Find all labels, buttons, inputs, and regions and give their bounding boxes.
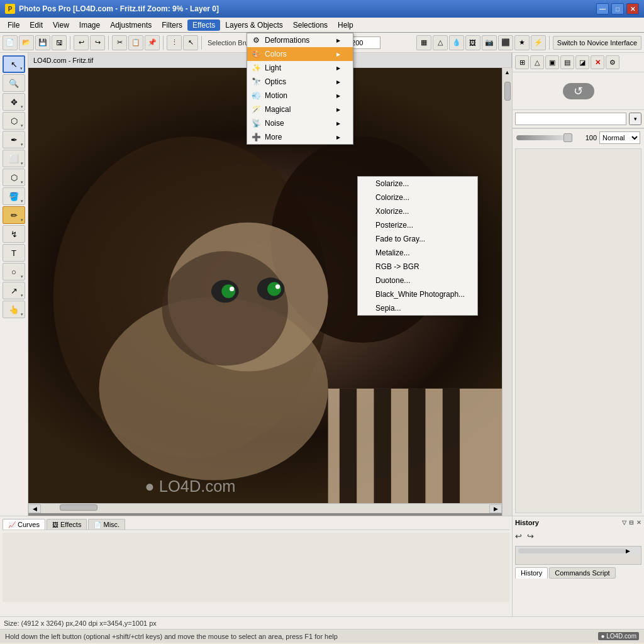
history-collapse1[interactable]: ▽ bbox=[622, 519, 626, 526]
opacity-thumb[interactable] bbox=[564, 133, 572, 142]
tab-commands-script[interactable]: Commands Script bbox=[549, 567, 615, 579]
cut-btn[interactable]: ✂ bbox=[112, 35, 127, 50]
menu-edit[interactable]: Edit bbox=[25, 19, 48, 31]
tab-misc[interactable]: 📄 Misc. bbox=[88, 519, 125, 530]
history-scroll-right[interactable]: ▶ bbox=[626, 548, 638, 554]
layers-icon-btn[interactable]: ▦ bbox=[416, 35, 431, 50]
rp-btn6[interactable]: ⚙ bbox=[606, 55, 619, 69]
scroll-track-h[interactable] bbox=[41, 504, 489, 513]
menu-view[interactable]: View bbox=[48, 19, 74, 31]
maximize-button[interactable]: □ bbox=[611, 3, 624, 14]
colors-solarize[interactable]: Solarize... bbox=[358, 177, 477, 191]
effects-magical-item[interactable]: 🪄 Magical bbox=[247, 103, 353, 116]
new-btn[interactable]: 📄 bbox=[3, 35, 18, 50]
shape-tool-btn[interactable]: ⬜▾ bbox=[3, 150, 25, 167]
save-as-btn[interactable]: 🖫 bbox=[52, 35, 67, 50]
history-collapse2[interactable]: ⊟ bbox=[629, 519, 634, 526]
heal-tool-btn[interactable]: ↯ bbox=[3, 225, 25, 243]
triangle-btn[interactable]: △ bbox=[433, 35, 448, 50]
undo-btn[interactable]: ↩ bbox=[74, 35, 89, 50]
effects-deformations-item[interactable]: ⚙ Deformations bbox=[247, 33, 353, 47]
blend-mode-select[interactable]: Normal Multiply Screen bbox=[599, 131, 640, 144]
colors-sepia[interactable]: Sepia... bbox=[358, 301, 477, 315]
flash-btn[interactable]: ⚡ bbox=[531, 35, 546, 50]
history-scroll-area[interactable]: ▶ bbox=[515, 546, 641, 565]
move-tool-btn[interactable]: ✥▾ bbox=[3, 93, 25, 111]
stamp-tool-btn[interactable]: ✏▾ bbox=[3, 206, 25, 224]
save-btn[interactable]: 💾 bbox=[35, 35, 50, 50]
scroll-up-btn[interactable]: ▲ bbox=[504, 69, 510, 75]
paste-btn[interactable]: 📌 bbox=[145, 35, 160, 50]
scroll-right-btn[interactable]: ▶ bbox=[489, 504, 502, 513]
colors-metalize[interactable]: Metalize... bbox=[358, 246, 477, 260]
colors-rgb-bgr[interactable]: RGB -> BGR bbox=[358, 260, 477, 274]
effects-light-item[interactable]: ✨ Light bbox=[247, 61, 353, 75]
pointer-tool-btn[interactable]: 👆▾ bbox=[3, 301, 25, 318]
scroll-thumb-h[interactable] bbox=[60, 504, 97, 511]
open-btn[interactable]: 📂 bbox=[19, 35, 34, 50]
history-undo-btn[interactable]: ↩ bbox=[515, 531, 522, 541]
redo-btn[interactable]: ↪ bbox=[90, 35, 105, 50]
rp-delete-btn[interactable]: ✕ bbox=[591, 55, 604, 69]
layer-spinner[interactable]: ↺ bbox=[563, 83, 594, 99]
effects-colors-item[interactable]: 🎨 Colors bbox=[247, 47, 353, 61]
effects-noise-item[interactable]: 📡 Noise bbox=[247, 116, 353, 130]
menu-layers-objects[interactable]: Layers & Objects bbox=[220, 19, 287, 31]
rp-btn3[interactable]: ▣ bbox=[545, 55, 559, 69]
effects-optics-item[interactable]: 🔭 Optics bbox=[247, 75, 353, 89]
gradient-tool-btn[interactable]: ↗▾ bbox=[3, 282, 25, 299]
tab-history[interactable]: History bbox=[515, 567, 548, 579]
layer-search-input[interactable] bbox=[515, 113, 626, 125]
ellipse-tool-btn[interactable]: ○▾ bbox=[3, 263, 25, 280]
draw-tool-btn[interactable]: ✒▾ bbox=[3, 131, 25, 148]
opacity-slider[interactable] bbox=[516, 135, 575, 140]
menu-file[interactable]: File bbox=[3, 19, 25, 31]
star-btn[interactable]: ★ bbox=[514, 35, 530, 50]
fill-tool-btn[interactable]: 🪣▾ bbox=[3, 187, 25, 205]
copy-btn[interactable]: 📋 bbox=[128, 35, 143, 50]
menu-effects[interactable]: Effects bbox=[187, 19, 220, 31]
layers-content[interactable] bbox=[515, 148, 641, 513]
menu-image[interactable]: Image bbox=[74, 19, 105, 31]
menu-help[interactable]: Help bbox=[333, 19, 358, 31]
effects-motion-item[interactable]: 💨 Motion bbox=[247, 89, 353, 103]
curves-content[interactable] bbox=[3, 533, 509, 602]
rp-btn5[interactable]: ◪ bbox=[575, 55, 589, 69]
colors-duotone[interactable]: Duotone... bbox=[358, 274, 477, 287]
dark-rect-btn[interactable]: ⬛ bbox=[498, 35, 513, 50]
colors-posterize[interactable]: Posterize... bbox=[358, 218, 477, 232]
extra-btn[interactable]: ⋮ bbox=[167, 35, 182, 50]
colors-fade-gray[interactable]: Fade to Gray... bbox=[358, 232, 477, 246]
history-scrollbar[interactable]: ▶ bbox=[516, 547, 641, 555]
novice-interface-btn[interactable]: Switch to Novice Interface bbox=[553, 36, 641, 50]
colors-colorize[interactable]: Colorize... bbox=[358, 191, 477, 204]
history-close[interactable]: ✕ bbox=[636, 519, 641, 526]
lasso-tool-btn[interactable]: ⬡▾ bbox=[3, 169, 25, 186]
history-scrollbar-track[interactable] bbox=[518, 548, 626, 553]
close-button[interactable]: ✕ bbox=[626, 3, 639, 14]
vertical-scrollbar[interactable]: ▲ ▼ bbox=[502, 68, 512, 516]
rp-btn2[interactable]: △ bbox=[530, 55, 544, 69]
photo2-btn[interactable]: 📷 bbox=[482, 35, 497, 50]
colors-xolorize[interactable]: Xolorize... bbox=[358, 204, 477, 218]
minimize-button[interactable]: — bbox=[596, 3, 609, 14]
rp-btn1[interactable]: ⊞ bbox=[515, 55, 529, 69]
zoom-tool-btn[interactable]: 🔍 bbox=[3, 74, 25, 92]
tab-effects[interactable]: 🖼 Effects bbox=[47, 519, 87, 530]
effects-more-item[interactable]: ➕ More bbox=[247, 130, 353, 144]
history-redo-btn[interactable]: ↪ bbox=[527, 531, 534, 541]
photo-btn[interactable]: 🖼 bbox=[465, 35, 480, 50]
colors-bw-photograph[interactable]: Black_White Photograph... bbox=[358, 287, 477, 301]
menu-filters[interactable]: Filters bbox=[157, 19, 187, 31]
text-tool-btn[interactable]: T bbox=[3, 244, 25, 262]
scroll-thumb-v[interactable] bbox=[504, 82, 511, 101]
horizontal-scrollbar[interactable]: ◀ ▶ bbox=[28, 503, 502, 513]
drop-btn[interactable]: 💧 bbox=[449, 35, 464, 50]
tab-curves[interactable]: 📈 Curves bbox=[3, 519, 45, 530]
brush-size-input2[interactable] bbox=[349, 36, 380, 49]
menu-selections[interactable]: Selections bbox=[288, 19, 333, 31]
crop-tool-btn[interactable]: ⬡▾ bbox=[3, 112, 25, 130]
layer-dropdown-btn[interactable]: ▾ bbox=[629, 113, 641, 125]
select-tool-btn[interactable]: ↖▾ bbox=[3, 55, 25, 73]
scroll-left-btn[interactable]: ◀ bbox=[28, 504, 41, 513]
